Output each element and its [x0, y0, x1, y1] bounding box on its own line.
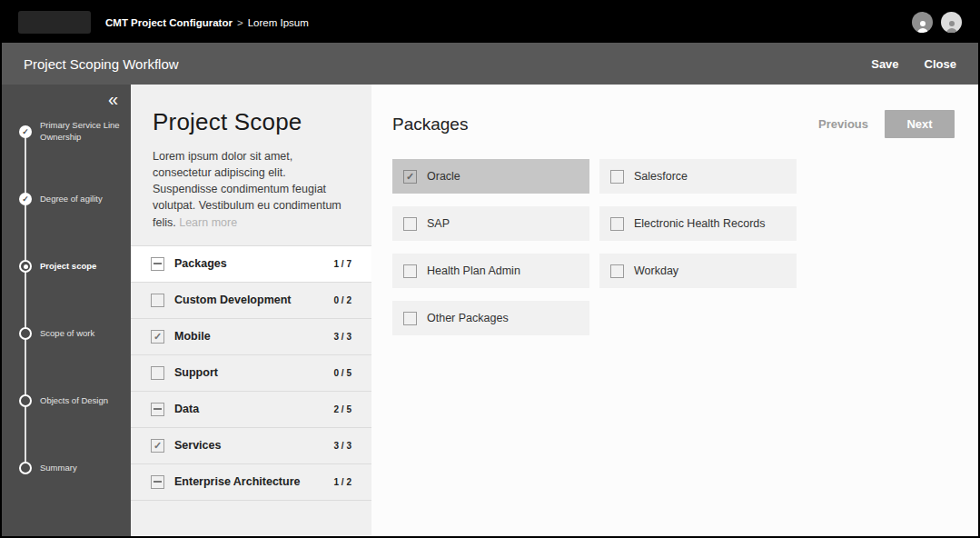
project-configurator-window: CMT Project Configurator > Lorem Ipsum P… [0, 0, 980, 538]
indeterminate-icon [153, 263, 162, 264]
category-count: 2 / 5 [334, 404, 351, 414]
category-checkbox[interactable]: ✓ [151, 439, 164, 453]
step-complete-icon: ✓ [19, 193, 32, 205]
category-count: 3 / 3 [334, 441, 351, 451]
save-button[interactable]: Save [871, 57, 898, 71]
option-card-electronic-health-records[interactable]: Electronic Health Records [599, 206, 797, 241]
top-app-bar: CMT Project Configurator > Lorem Ipsum [2, 2, 978, 43]
category-label: Mobile [174, 330, 324, 343]
user-avatar[interactable] [941, 12, 962, 33]
category-checkbox[interactable] [151, 366, 164, 380]
user-icon [946, 21, 957, 33]
option-card-salesforce[interactable]: Salesforce [599, 159, 797, 194]
option-checkbox[interactable] [403, 312, 417, 325]
category-checkbox[interactable] [151, 475, 164, 489]
step-complete-icon: ✓ [19, 125, 32, 138]
category-list: Packages1 / 7Custom Development0 / 2✓Mob… [131, 245, 371, 501]
breadcrumb: CMT Project Configurator > Lorem Ipsum [105, 17, 309, 28]
category-label: Enterprise Architecture [174, 475, 324, 488]
check-icon: ✓ [406, 172, 414, 182]
option-card-workday[interactable]: Workday [599, 254, 797, 288]
section-title: Packages [392, 115, 468, 134]
option-card-other-packages[interactable]: Other Packages [392, 301, 589, 335]
option-label: SAP [427, 217, 450, 230]
workflow-header-bar: Project Scoping Workflow Save Close [2, 43, 978, 85]
stepper-step-project-scope[interactable]: Project scope [2, 233, 131, 300]
option-card-oracle[interactable]: ✓Oracle [392, 159, 589, 194]
category-count: 3 / 3 [334, 332, 351, 342]
option-checkbox[interactable] [610, 170, 624, 184]
step-label: Objects of Design [40, 395, 108, 407]
check-icon: ✓ [22, 128, 29, 136]
category-row-custom-development[interactable]: Custom Development0 / 2 [131, 283, 371, 319]
user-icon [917, 21, 928, 33]
option-label: Other Packages [427, 312, 509, 324]
workflow-actions: Save Close [871, 57, 956, 71]
breadcrumb-page: Lorem Ipsum [248, 17, 309, 28]
category-row-packages[interactable]: Packages1 / 7 [131, 246, 371, 283]
category-checkbox[interactable] [151, 403, 164, 416]
option-checkbox[interactable] [403, 264, 417, 278]
pagination-buttons: Previous Next [818, 110, 955, 138]
breadcrumb-app[interactable]: CMT Project Configurator [105, 17, 233, 28]
step-upcoming-icon [19, 462, 32, 474]
stepper-step-degree-of-agility[interactable]: ✓Degree of agility [2, 165, 131, 233]
category-row-mobile[interactable]: ✓Mobile3 / 3 [131, 319, 371, 355]
company-logo [18, 11, 91, 34]
step-label: Scope of work [40, 328, 94, 340]
category-checkbox[interactable] [151, 257, 164, 271]
option-checkbox[interactable] [610, 264, 624, 278]
user-avatar-secondary[interactable] [912, 12, 933, 33]
category-label: Packages [174, 257, 324, 270]
panel-description: Lorem ipsum dolor sit amet, consectetur … [153, 148, 350, 231]
option-label: Electronic Health Records [634, 217, 766, 230]
category-row-data[interactable]: Data2 / 5 [131, 392, 371, 428]
indeterminate-icon [153, 408, 162, 410]
category-row-support[interactable]: Support0 / 5 [131, 355, 371, 392]
option-label: Salesforce [634, 170, 688, 183]
stepper-steps: ✓Primary Service Line Ownership✓Degree o… [2, 85, 131, 502]
avatar-group [912, 12, 962, 33]
step-current-icon [19, 260, 32, 273]
category-checkbox[interactable] [151, 294, 164, 307]
panel-title: Project Scope [153, 108, 350, 136]
option-label: Health Plan Admin [427, 264, 520, 277]
stepper-step-primary-service-line-ownership[interactable]: ✓Primary Service Line Ownership [2, 98, 131, 165]
learn-more-link[interactable]: Learn more [179, 216, 237, 229]
category-label: Support [174, 366, 324, 379]
option-checkbox[interactable]: ✓ [403, 170, 417, 184]
step-label: Summary [40, 463, 77, 474]
stepper-step-summary[interactable]: Summary [2, 434, 131, 502]
current-step-dot [24, 264, 28, 269]
category-label: Services [174, 439, 324, 452]
check-icon: ✓ [153, 441, 162, 451]
workflow-title: Project Scoping Workflow [24, 56, 179, 72]
close-button[interactable]: Close [925, 57, 956, 71]
option-card-health-plan-admin[interactable]: Health Plan Admin [392, 254, 589, 288]
previous-button[interactable]: Previous [818, 117, 868, 131]
packages-content: Packages Previous Next ✓OracleSalesforce… [371, 85, 978, 536]
step-label: Primary Service Line Ownership [40, 120, 125, 144]
workflow-body: « ✓Primary Service Line Ownership✓Degree… [2, 85, 978, 536]
options-grid: ✓OracleSalesforceSAPElectronic Health Re… [392, 159, 955, 335]
option-card-sap[interactable]: SAP [392, 206, 589, 241]
category-label: Custom Development [174, 294, 324, 306]
content-header: Packages Previous Next [392, 110, 955, 138]
step-label: Project scope [40, 261, 96, 273]
step-upcoming-icon [19, 394, 32, 407]
option-checkbox[interactable] [403, 217, 417, 231]
category-label: Data [174, 403, 324, 415]
category-row-services[interactable]: ✓Services3 / 3 [131, 428, 371, 464]
category-checkbox[interactable]: ✓ [151, 330, 164, 344]
category-count: 1 / 2 [334, 477, 351, 487]
check-icon: ✓ [22, 195, 29, 204]
next-button[interactable]: Next [885, 110, 955, 138]
option-checkbox[interactable] [610, 217, 624, 231]
project-scope-panel: Project Scope Lorem ipsum dolor sit amet… [131, 85, 371, 536]
stepper-step-objects-of-design[interactable]: Objects of Design [2, 367, 131, 434]
category-row-enterprise-architecture[interactable]: Enterprise Architecture1 / 2 [131, 464, 371, 501]
option-label: Workday [634, 264, 678, 277]
category-count: 0 / 2 [334, 295, 351, 305]
stepper-step-scope-of-work[interactable]: Scope of work [2, 300, 131, 367]
step-upcoming-icon [19, 327, 32, 340]
